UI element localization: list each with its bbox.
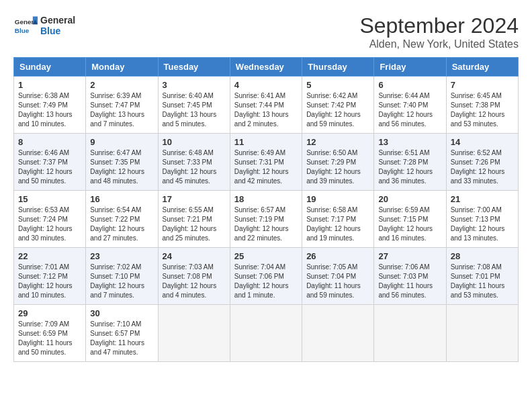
day-number: 25 [234,251,298,261]
calendar-cell: 26Sunrise: 7:05 AM Sunset: 7:04 PM Dayli… [302,248,374,305]
day-number: 4 [234,80,298,90]
col-friday: Friday [374,58,446,77]
col-monday: Monday [86,58,158,77]
day-number: 24 [163,251,226,261]
day-number: 21 [451,194,514,204]
day-info: Sunrise: 6:45 AM Sunset: 7:38 PM Dayligh… [451,91,514,129]
day-info: Sunrise: 7:03 AM Sunset: 7:08 PM Dayligh… [163,263,226,300]
day-number: 14 [451,137,514,147]
calendar-cell: 24Sunrise: 7:03 AM Sunset: 7:08 PM Dayli… [158,248,230,305]
calendar-cell: 5Sunrise: 6:42 AM Sunset: 7:42 PM Daylig… [302,77,374,134]
day-number: 6 [378,80,441,90]
month-title: September 2024 [359,13,519,38]
col-tuesday: Tuesday [158,58,230,77]
calendar-cell: 6Sunrise: 6:44 AM Sunset: 7:40 PM Daylig… [374,77,446,134]
calendar-cell: 4Sunrise: 6:41 AM Sunset: 7:44 PM Daylig… [230,77,302,134]
location-title: Alden, New York, United States [359,38,519,50]
col-thursday: Thursday [302,58,374,77]
header-row: Sunday Monday Tuesday Wednesday Thursday… [14,58,519,77]
day-number: 11 [234,137,298,147]
header: General Blue General Blue September 2024… [13,13,519,50]
calendar-cell: 30Sunrise: 7:10 AM Sunset: 6:57 PM Dayli… [86,305,158,362]
day-number: 26 [306,251,369,261]
day-info: Sunrise: 6:52 AM Sunset: 7:26 PM Dayligh… [451,148,514,186]
calendar-cell: 13Sunrise: 6:51 AM Sunset: 7:28 PM Dayli… [374,134,446,191]
day-info: Sunrise: 6:39 AM Sunset: 7:47 PM Dayligh… [90,91,153,129]
day-info: Sunrise: 6:49 AM Sunset: 7:31 PM Dayligh… [234,148,298,186]
calendar-cell: 9Sunrise: 6:47 AM Sunset: 7:35 PM Daylig… [86,134,158,191]
day-number: 20 [378,194,441,204]
day-info: Sunrise: 6:47 AM Sunset: 7:35 PM Dayligh… [90,148,153,186]
calendar-cell: 14Sunrise: 6:52 AM Sunset: 7:26 PM Dayli… [446,134,518,191]
day-number: 10 [163,137,226,147]
day-number: 9 [90,137,153,147]
calendar-cell: 16Sunrise: 6:54 AM Sunset: 7:22 PM Dayli… [86,191,158,248]
day-number: 16 [90,194,153,204]
week-row-2: 8Sunrise: 6:46 AM Sunset: 7:37 PM Daylig… [14,134,519,191]
calendar-cell: 19Sunrise: 6:58 AM Sunset: 7:17 PM Dayli… [302,191,374,248]
day-number: 28 [451,251,514,261]
day-info: Sunrise: 7:09 AM Sunset: 6:59 PM Dayligh… [18,320,81,357]
calendar-cell: 22Sunrise: 7:01 AM Sunset: 7:12 PM Dayli… [14,248,86,305]
logo: General Blue General Blue [13,13,75,38]
calendar-cell: 28Sunrise: 7:08 AM Sunset: 7:01 PM Dayli… [446,248,518,305]
calendar-cell [374,305,446,362]
calendar-cell: 27Sunrise: 7:06 AM Sunset: 7:03 PM Dayli… [374,248,446,305]
calendar-cell: 1Sunrise: 6:38 AM Sunset: 7:49 PM Daylig… [14,77,86,134]
calendar-cell [230,305,302,362]
calendar-cell: 15Sunrise: 6:53 AM Sunset: 7:24 PM Dayli… [14,191,86,248]
day-number: 13 [378,137,441,147]
day-number: 7 [451,80,514,90]
day-number: 30 [90,308,153,318]
day-info: Sunrise: 6:50 AM Sunset: 7:29 PM Dayligh… [306,148,369,186]
day-info: Sunrise: 6:57 AM Sunset: 7:19 PM Dayligh… [234,205,298,243]
calendar-cell [302,305,374,362]
week-row-5: 29Sunrise: 7:09 AM Sunset: 6:59 PM Dayli… [14,305,519,362]
week-row-3: 15Sunrise: 6:53 AM Sunset: 7:24 PM Dayli… [14,191,519,248]
day-info: Sunrise: 7:05 AM Sunset: 7:04 PM Dayligh… [306,263,369,300]
day-number: 1 [18,80,81,90]
col-saturday: Saturday [446,58,518,77]
day-info: Sunrise: 7:10 AM Sunset: 6:57 PM Dayligh… [90,320,153,357]
day-info: Sunrise: 6:38 AM Sunset: 7:49 PM Dayligh… [18,91,81,129]
day-number: 23 [90,251,153,261]
day-number: 27 [378,251,441,261]
day-info: Sunrise: 6:55 AM Sunset: 7:21 PM Dayligh… [163,205,226,243]
calendar-cell: 11Sunrise: 6:49 AM Sunset: 7:31 PM Dayli… [230,134,302,191]
logo-text: General Blue [40,15,75,36]
day-number: 12 [306,137,369,147]
calendar-cell: 7Sunrise: 6:45 AM Sunset: 7:38 PM Daylig… [446,77,518,134]
day-number: 15 [18,194,81,204]
calendar-cell: 17Sunrise: 6:55 AM Sunset: 7:21 PM Dayli… [158,191,230,248]
day-info: Sunrise: 7:01 AM Sunset: 7:12 PM Dayligh… [18,263,81,300]
day-info: Sunrise: 6:53 AM Sunset: 7:24 PM Dayligh… [18,205,81,243]
calendar-cell: 2Sunrise: 6:39 AM Sunset: 7:47 PM Daylig… [86,77,158,134]
day-info: Sunrise: 6:41 AM Sunset: 7:44 PM Dayligh… [234,91,298,129]
week-row-1: 1Sunrise: 6:38 AM Sunset: 7:49 PM Daylig… [14,77,519,134]
day-number: 3 [163,80,226,90]
day-number: 29 [18,308,81,318]
day-info: Sunrise: 6:48 AM Sunset: 7:33 PM Dayligh… [163,148,226,186]
day-info: Sunrise: 7:00 AM Sunset: 7:13 PM Dayligh… [451,205,514,243]
day-number: 22 [18,251,81,261]
calendar-cell: 20Sunrise: 6:59 AM Sunset: 7:15 PM Dayli… [374,191,446,248]
calendar-cell: 18Sunrise: 6:57 AM Sunset: 7:19 PM Dayli… [230,191,302,248]
calendar-cell: 21Sunrise: 7:00 AM Sunset: 7:13 PM Dayli… [446,191,518,248]
day-number: 5 [306,80,369,90]
calendar-cell: 29Sunrise: 7:09 AM Sunset: 6:59 PM Dayli… [14,305,86,362]
day-info: Sunrise: 6:40 AM Sunset: 7:45 PM Dayligh… [163,91,226,129]
day-info: Sunrise: 6:59 AM Sunset: 7:15 PM Dayligh… [378,205,441,243]
calendar-cell [158,305,230,362]
day-number: 17 [163,194,226,204]
title-section: September 2024 Alden, New York, United S… [359,13,519,50]
col-wednesday: Wednesday [230,58,302,77]
day-number: 2 [90,80,153,90]
day-info: Sunrise: 7:06 AM Sunset: 7:03 PM Dayligh… [378,263,441,300]
calendar-cell: 10Sunrise: 6:48 AM Sunset: 7:33 PM Dayli… [158,134,230,191]
calendar-cell: 23Sunrise: 7:02 AM Sunset: 7:10 PM Dayli… [86,248,158,305]
day-info: Sunrise: 6:46 AM Sunset: 7:37 PM Dayligh… [18,148,81,186]
day-info: Sunrise: 6:58 AM Sunset: 7:17 PM Dayligh… [306,205,369,243]
col-sunday: Sunday [14,58,86,77]
day-info: Sunrise: 7:02 AM Sunset: 7:10 PM Dayligh… [90,263,153,300]
day-info: Sunrise: 6:42 AM Sunset: 7:42 PM Dayligh… [306,91,369,129]
